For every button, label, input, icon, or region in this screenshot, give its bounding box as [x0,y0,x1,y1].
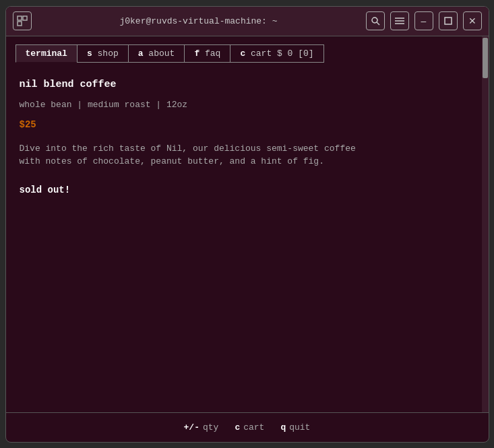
tab-cart-label: cart $ 0 [0] [251,49,314,59]
titlebar: j0ker@ruvds-virtual-machine: ~ – [6,7,489,36]
product-name: nil blend coffee [20,79,468,90]
footer-quit: q quit [280,422,310,433]
tab-cart[interactable]: c cart $ 0 [0] [230,44,323,63]
window-icon [13,11,32,30]
minimize-button[interactable]: – [414,11,433,30]
svg-rect-8 [445,18,452,24]
product-details: whole bean | medium roast | 12oz [20,100,468,110]
svg-rect-0 [18,16,22,20]
search-button[interactable] [366,11,385,30]
close-button[interactable]: ✕ [463,11,482,30]
content-area: terminal s shop a about f faq c cart $ 0… [6,36,489,412]
footer-qty-key: +/- [184,422,199,433]
product-status: sold out! [20,185,468,195]
tab-content: nil blend coffee whole bean | medium roa… [6,63,482,412]
titlebar-title: j0ker@ruvds-virtual-machine: ~ [32,16,366,26]
tab-terminal-label: terminal [26,49,67,59]
footer-qty: +/- qty [184,422,219,433]
tab-bar: terminal s shop a about f faq c cart $ 0… [6,36,482,63]
footer-quit-key: q [280,422,286,433]
tab-about-shortcut: a [138,49,149,59]
footer: +/- qty c cart q quit [6,412,489,442]
product-description: Dive into the rich taste of Nil, our del… [20,142,370,168]
tab-shop-label: shop [98,49,119,59]
footer-quit-label: quit [289,422,310,433]
tab-cart-shortcut: c [240,49,251,59]
maximize-button[interactable] [439,11,458,30]
titlebar-controls: – ✕ [366,11,482,30]
svg-line-4 [377,22,379,25]
tab-faq-label: faq [205,49,220,59]
titlebar-left [13,11,32,30]
terminal-window: j0ker@ruvds-virtual-machine: ~ – [5,6,489,443]
tab-about-label: about [148,49,175,59]
footer-cart: c cart [235,422,264,433]
tab-faq-shortcut: f [194,49,205,59]
svg-rect-2 [18,22,22,26]
tab-terminal[interactable]: terminal [16,44,77,63]
menu-button[interactable] [390,11,409,30]
tab-shop-shortcut: s [87,49,98,59]
scrollbar[interactable] [482,36,489,412]
svg-rect-1 [23,16,27,20]
tab-shop[interactable]: s shop [77,44,128,63]
scrollbar-thumb[interactable] [483,38,488,78]
minimize-icon: – [421,15,427,26]
tab-about[interactable]: a about [128,44,185,63]
svg-point-3 [372,18,377,23]
close-icon: ✕ [468,15,476,26]
footer-qty-label: qty [203,422,218,433]
tab-faq[interactable]: f faq [184,44,230,63]
footer-cart-key: c [235,422,240,433]
main-content: terminal s shop a about f faq c cart $ 0… [6,36,482,412]
footer-cart-label: cart [243,422,264,433]
product-price: $25 [20,119,468,130]
